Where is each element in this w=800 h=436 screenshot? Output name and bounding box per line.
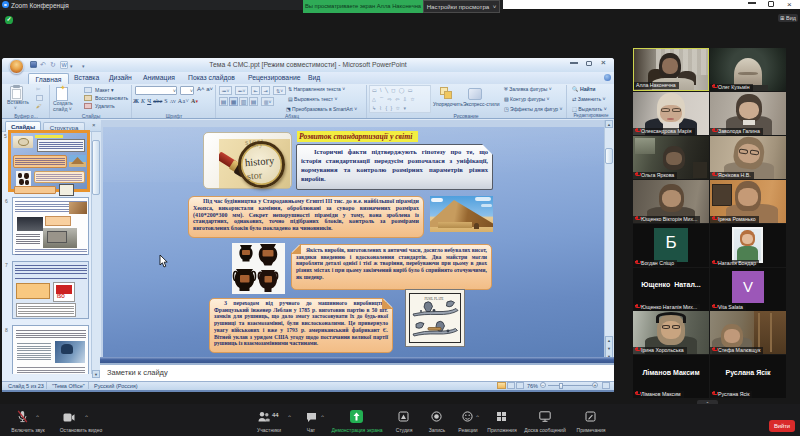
svg-text:FUSIL PLATE: FUSIL PLATE xyxy=(424,297,443,301)
